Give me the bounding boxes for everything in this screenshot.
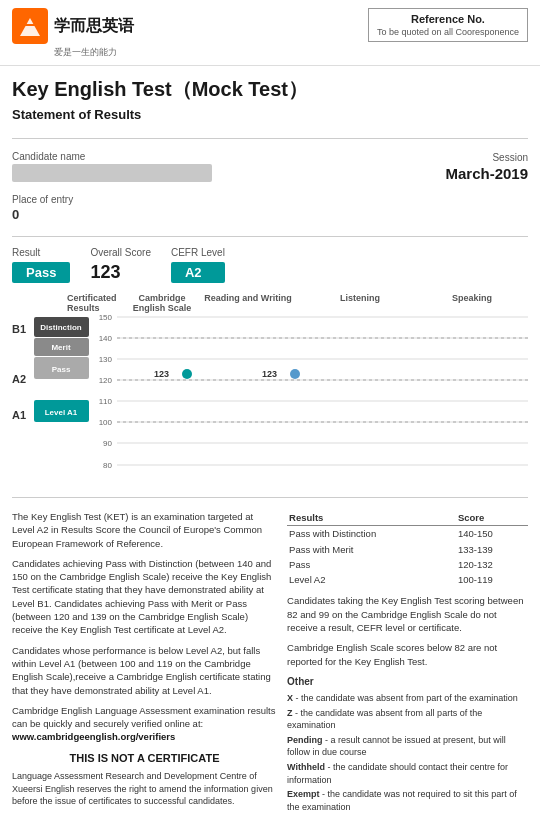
- bottom-section: The Key English Test (KET) is an examina…: [0, 504, 540, 821]
- logo-area: 学而思英语 爱是一生的能力: [12, 8, 134, 59]
- ch-scale-header: Cambridge English Scale: [132, 293, 192, 313]
- results-col2-header: Score: [456, 510, 528, 526]
- session-label: Session: [445, 152, 528, 163]
- table-row: Pass120-132: [287, 557, 528, 572]
- right-info2: Cambridge English Scale scores below 82 …: [287, 641, 528, 668]
- right-col: Results Score Pass with Distinction140-1…: [287, 510, 528, 815]
- place-section: Place of entry 0: [0, 192, 540, 230]
- other-item: Z - the candidate was absent from all pa…: [287, 707, 528, 732]
- svg-text:140: 140: [99, 334, 113, 343]
- score-cell: 100-119: [456, 572, 528, 587]
- verifier-link[interactable]: www.cambridgeenglish.org/verifiers: [12, 731, 175, 742]
- score-cell: 133-139: [456, 542, 528, 557]
- other-item: Pending - a result cannot be issued at p…: [287, 734, 528, 759]
- svg-text:120: 120: [99, 376, 113, 385]
- other-title: Other: [287, 675, 528, 689]
- svg-text:110: 110: [99, 397, 113, 406]
- reference-box: Reference No. To be quoted on all Coores…: [368, 8, 528, 42]
- chart-header: Certificated Results Cambridge English S…: [12, 293, 528, 313]
- score-cell: 120-132: [456, 557, 528, 572]
- sub-title: Statement of Results: [12, 107, 528, 122]
- ch-speak-header: Speaking: [416, 293, 528, 313]
- result-label: Result: [12, 247, 70, 258]
- cefr-value: A2: [171, 262, 225, 283]
- logo-box: 学而思英语: [12, 8, 134, 44]
- other-item: Exempt - the candidate was not required …: [287, 788, 528, 813]
- ch-cert-header: Certificated Results: [67, 293, 132, 313]
- session-value: March-2019: [445, 165, 528, 182]
- result-cell: Pass: [287, 557, 456, 572]
- table-row: Pass with Merit133-139: [287, 542, 528, 557]
- desc-para4: Cambridge English Language Assessment ex…: [12, 704, 277, 744]
- table-row: Pass with Distinction140-150: [287, 526, 528, 542]
- left-col: The Key English Test (KET) is an examina…: [12, 510, 277, 815]
- listen-score-label: 123: [262, 369, 277, 379]
- logo-text: 学而思英语: [54, 16, 134, 37]
- other-items: X - the candidate was absent from part o…: [287, 692, 528, 813]
- right-info1: Candidates taking the Key English Test s…: [287, 594, 528, 634]
- desc-para3: Candidates whose performance is below Le…: [12, 644, 277, 697]
- bar-distinction-label: Distinction: [40, 323, 81, 332]
- svg-text:80: 80: [103, 461, 112, 470]
- chart-svg: B1 A2 A1 Distinction Merit Pass Level A1…: [12, 315, 528, 485]
- not-cert-title: THIS IS NOT A CERTIFICATE: [12, 751, 277, 766]
- b1-label: B1: [12, 323, 26, 335]
- not-cert-sub: Language Assessment Research and Develop…: [12, 770, 277, 808]
- name-bar: [12, 164, 212, 182]
- chart-section: Certificated Results Cambridge English S…: [0, 289, 540, 491]
- header: 学而思英语 爱是一生的能力 Reference No. To be quoted…: [0, 0, 540, 66]
- reference-title: Reference No.: [377, 13, 519, 25]
- reference-sub: To be quoted on all Cooresponence: [377, 27, 519, 37]
- result-col-result: Result Pass: [12, 247, 70, 283]
- results-row: Result Pass Overall Score 123 CEFR Level…: [0, 243, 540, 289]
- ch-listen-header: Listening: [304, 293, 416, 313]
- results-col1-header: Results: [287, 510, 456, 526]
- result-badge: Pass: [12, 262, 70, 283]
- svg-text:130: 130: [99, 355, 113, 364]
- svg-text:90: 90: [103, 439, 112, 448]
- svg-text:100: 100: [99, 418, 113, 427]
- page: 学而思英语 爱是一生的能力 Reference No. To be quoted…: [0, 0, 540, 821]
- ch-cefr-header: [12, 293, 67, 313]
- title-section: Key English Test（Mock Test） Statement of…: [0, 66, 540, 132]
- results-table: Results Score Pass with Distinction140-1…: [287, 510, 528, 587]
- rw-score-dot: [182, 369, 192, 379]
- result-col-overall: Overall Score 123: [90, 247, 151, 283]
- other-item: X - the candidate was absent from part o…: [287, 692, 528, 705]
- bar-merit-label: Merit: [51, 343, 70, 352]
- main-title: Key English Test（Mock Test）: [12, 76, 528, 103]
- bar-pass-label: Pass: [52, 365, 71, 374]
- listen-score-dot: [290, 369, 300, 379]
- a1-label: A1: [12, 409, 26, 421]
- candidate-row: Candidate name Session March-2019: [12, 151, 528, 182]
- name-label: Candidate name: [12, 151, 425, 162]
- other-item: Withheld - the candidate should contact …: [287, 761, 528, 786]
- result-cell: Pass with Distinction: [287, 526, 456, 542]
- score-cell: 140-150: [456, 526, 528, 542]
- bar-level-a1-label: Level A1: [45, 408, 78, 417]
- result-col-cefr: CEFR Level A2: [171, 247, 225, 283]
- a2-label: A2: [12, 373, 26, 385]
- logo-icon: [12, 8, 48, 44]
- desc-para2: Candidates achieving Pass with Distincti…: [12, 557, 277, 637]
- result-cell: Level A2: [287, 572, 456, 587]
- overall-value: 123: [90, 262, 151, 283]
- table-row: Level A2100-119: [287, 572, 528, 587]
- candidate-section: Candidate name Session March-2019: [0, 145, 540, 192]
- place-label: Place of entry: [12, 194, 528, 205]
- cefr-label: CEFR Level: [171, 247, 225, 258]
- place-value: 0: [12, 207, 528, 222]
- name-field: Candidate name: [12, 151, 425, 182]
- overall-label: Overall Score: [90, 247, 151, 258]
- desc-para1: The Key English Test (KET) is an examina…: [12, 510, 277, 550]
- svg-text:150: 150: [99, 315, 113, 322]
- result-cell: Pass with Merit: [287, 542, 456, 557]
- session-field: Session March-2019: [445, 152, 528, 182]
- rw-score-label: 123: [154, 369, 169, 379]
- ch-rw-header: Reading and Writing: [192, 293, 304, 313]
- svg-rect-2: [23, 24, 37, 26]
- logo-sub: 爱是一生的能力: [54, 46, 117, 59]
